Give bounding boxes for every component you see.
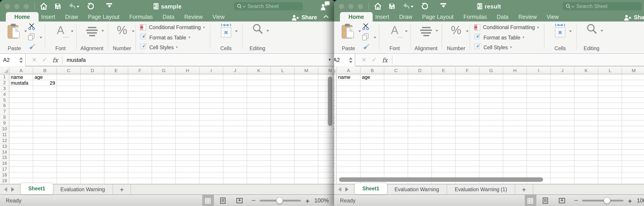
cell-G16[interactable] xyxy=(152,161,176,167)
cell-H17[interactable] xyxy=(176,167,200,173)
cell-H19[interactable] xyxy=(176,178,200,184)
cell-I8[interactable] xyxy=(200,115,223,120)
cell-I10[interactable] xyxy=(200,126,223,132)
cell-A10[interactable] xyxy=(337,126,360,132)
cell-I12[interactable] xyxy=(200,138,223,144)
cell-G3[interactable] xyxy=(480,86,503,92)
number-dropdown-icon[interactable] xyxy=(132,30,134,34)
cell-A5[interactable] xyxy=(337,97,360,103)
cell-N12[interactable] xyxy=(318,138,335,144)
tab-formulas[interactable]: Formulas xyxy=(130,12,153,21)
cell-L9[interactable] xyxy=(598,120,622,126)
column-header-L[interactable]: L xyxy=(598,67,622,74)
cell-B17[interactable] xyxy=(360,167,384,173)
cell-M14[interactable] xyxy=(622,149,644,155)
alignment-dropdown-icon[interactable] xyxy=(436,30,438,33)
cell-K14[interactable] xyxy=(247,149,271,155)
cell-D7[interactable] xyxy=(81,109,104,115)
cell-D17[interactable] xyxy=(81,167,104,173)
cell-A6[interactable] xyxy=(10,103,33,109)
cell-D1[interactable] xyxy=(81,74,104,80)
cell-styles-button[interactable]: Cell Styles ▾ xyxy=(140,42,205,53)
formula-input[interactable]: mustafa xyxy=(66,57,328,63)
sheet-tab-sheet1[interactable]: Sheet1 xyxy=(21,183,53,194)
cell-B16[interactable] xyxy=(360,161,384,167)
normal-view-button[interactable] xyxy=(525,195,536,206)
row-header-19[interactable]: 19 xyxy=(0,178,10,184)
collapse-ribbon-icon[interactable] xyxy=(324,16,328,19)
cell-F4[interactable] xyxy=(456,92,480,97)
cell-N3[interactable] xyxy=(318,86,335,92)
cell-E15[interactable] xyxy=(432,155,456,161)
cell-G6[interactable] xyxy=(480,103,503,109)
cell-A14[interactable] xyxy=(337,149,360,155)
font-group-button[interactable]: A … Font xyxy=(382,23,408,52)
name-box-stepper[interactable] xyxy=(349,55,352,65)
cell-F14[interactable] xyxy=(128,149,152,155)
cell-L10[interactable] xyxy=(271,126,295,132)
format-painter-icon[interactable] xyxy=(362,43,370,53)
cell-B5[interactable] xyxy=(33,97,57,103)
cell-B6[interactable] xyxy=(360,103,384,109)
cell-I2[interactable] xyxy=(200,80,223,86)
cell-G15[interactable] xyxy=(152,155,176,161)
row-header-17[interactable]: 17 xyxy=(334,167,337,173)
cell-D1[interactable] xyxy=(408,74,432,80)
cell-G3[interactable] xyxy=(152,86,176,92)
cell-A15[interactable] xyxy=(337,155,360,161)
cell-B7[interactable] xyxy=(360,109,384,115)
cell-B15[interactable] xyxy=(33,155,57,161)
column-header-J[interactable]: J xyxy=(223,67,247,74)
cell-K4[interactable] xyxy=(574,92,598,97)
cell-F7[interactable] xyxy=(456,109,480,115)
tab-page-layout[interactable]: Page Layout xyxy=(88,12,119,21)
cell-M15[interactable] xyxy=(295,155,318,161)
zoom-slider-knob[interactable] xyxy=(604,197,610,204)
cell-I17[interactable] xyxy=(527,167,551,173)
close-window-button[interactable] xyxy=(338,3,344,9)
row-header-11[interactable]: 11 xyxy=(0,132,10,138)
copy-dropdown-icon[interactable] xyxy=(374,37,376,40)
cell-E16[interactable] xyxy=(432,161,456,167)
cell-I13[interactable] xyxy=(527,144,551,149)
number-dropdown-icon[interactable] xyxy=(466,30,469,34)
horizontal-scrollbar[interactable] xyxy=(339,177,543,182)
cell-B8[interactable] xyxy=(33,115,57,120)
column-header-E[interactable]: E xyxy=(104,67,128,74)
cell-C11[interactable] xyxy=(384,132,408,138)
cell-N14[interactable] xyxy=(318,149,335,155)
cell-E4[interactable] xyxy=(104,92,128,97)
cell-I6[interactable] xyxy=(527,103,551,109)
cell-E11[interactable] xyxy=(104,132,128,138)
cell-C15[interactable] xyxy=(384,155,408,161)
cell-B9[interactable] xyxy=(360,120,384,126)
save-icon[interactable] xyxy=(55,3,61,9)
cell-A11[interactable] xyxy=(337,132,360,138)
paste-button[interactable]: Paste xyxy=(338,23,359,52)
cell-E16[interactable] xyxy=(104,161,128,167)
cell-F7[interactable] xyxy=(128,109,152,115)
cell-J15[interactable] xyxy=(551,155,574,161)
cell-D11[interactable] xyxy=(81,132,104,138)
cell-C18[interactable] xyxy=(57,172,81,178)
cell-H12[interactable] xyxy=(503,138,527,144)
cell-J3[interactable] xyxy=(551,86,574,92)
cell-G2[interactable] xyxy=(480,80,503,86)
undo-icon[interactable] xyxy=(68,3,76,9)
cell-F13[interactable] xyxy=(128,144,152,149)
cell-L12[interactable] xyxy=(598,138,622,144)
cell-D13[interactable] xyxy=(408,144,432,149)
cell-B7[interactable] xyxy=(33,109,57,115)
cell-C17[interactable] xyxy=(57,167,81,173)
tab-draw[interactable]: Draw xyxy=(65,12,78,21)
tab-review[interactable]: Review xyxy=(184,12,203,21)
cell-B8[interactable] xyxy=(360,115,384,120)
cell-F17[interactable] xyxy=(456,167,480,173)
cell-D6[interactable] xyxy=(81,103,104,109)
cell-C3[interactable] xyxy=(384,86,408,92)
column-header-B[interactable]: B xyxy=(360,67,384,74)
cell-I5[interactable] xyxy=(527,97,551,103)
cell-L13[interactable] xyxy=(598,144,622,149)
cell-J3[interactable] xyxy=(223,86,247,92)
cell-J8[interactable] xyxy=(551,115,574,120)
